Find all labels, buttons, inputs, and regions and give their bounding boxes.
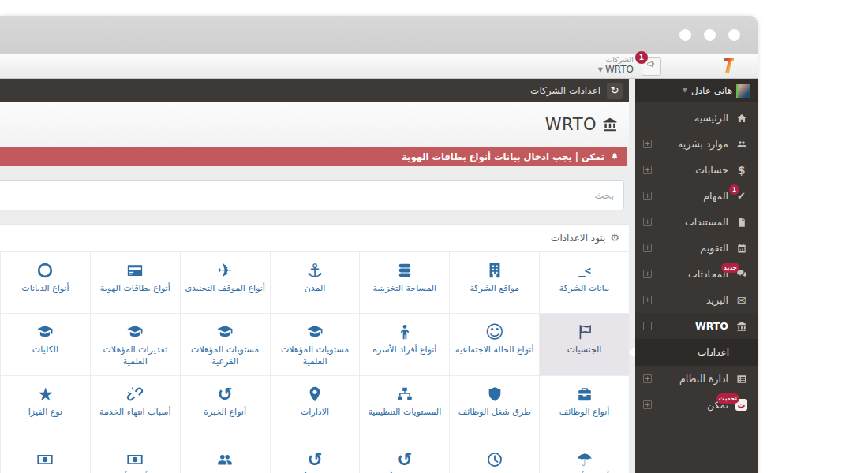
settings-tile-label: المدن (271, 281, 360, 294)
settings-tile-label: أنواع أفراد الأسرة (360, 342, 449, 356)
settings-tile-smiley-1-1[interactable]: ☺أنواع الحالة الاجتماعية (449, 314, 539, 376)
settings-tile-money-3-5[interactable]: بنود الأجر الأساسية (90, 441, 180, 473)
sidebar-item-chats[interactable]: المحادثاتجديد+ (635, 261, 758, 287)
window-controls[interactable] (679, 29, 740, 41)
settings-tile-gradcap-1-3[interactable]: مستويات المؤهلات العلمية (270, 314, 360, 376)
pin-icon (271, 383, 360, 404)
sidebar-item-accounts[interactable]: $حسابات+ (635, 157, 758, 183)
company-selector[interactable]: الشركات WRTO ▼ (598, 55, 634, 76)
expander-icon[interactable]: − (643, 322, 652, 330)
browser-window: T 1 الشركات WRTO ▼ ↻ اعدادات الشركات (0, 16, 758, 473)
search-input[interactable] (0, 180, 624, 210)
settings-tile-sitemap-2-2[interactable]: المستويات التنظيمية (359, 376, 449, 441)
settings-tile-database-0-2[interactable]: المساحة التخزينية (359, 252, 449, 314)
settings-tile-gradcap-1-4[interactable]: مستويات المؤهلات الفرعية (180, 314, 270, 376)
gradcap-icon (1, 321, 90, 342)
company-selector-value: WRTO (605, 64, 634, 76)
expander-icon[interactable]: + (643, 218, 652, 226)
settings-tile-label: أسباب انتهاء الخدمة (91, 404, 180, 418)
window-control-dot[interactable] (679, 29, 691, 41)
expander-icon[interactable]: + (643, 296, 652, 304)
sidebar-item-label: البريد (652, 294, 733, 306)
settings-tile-label: ساعات العمل (450, 470, 539, 473)
page-header: ↻ اعدادات الشركات (0, 79, 629, 102)
refresh-button[interactable]: ↻ (607, 83, 623, 99)
settings-tile-label: الكليات (1, 342, 90, 356)
envelope-icon: ✉ (733, 294, 750, 307)
file-icon (733, 217, 750, 228)
tree-line (743, 339, 743, 366)
settings-tile-briefcase-2-0[interactable]: أنواع الوظائف (539, 376, 629, 441)
settings-tile-building-0-1[interactable]: مواقع الشركة (449, 252, 539, 314)
settings-tile-circle-0-6[interactable]: أنواع الديانات (0, 252, 90, 314)
settings-tile-history-3-3[interactable]: ↺اعدادات التأمينات (270, 441, 360, 473)
settings-tile-child-1-2[interactable]: أنواع أفراد الأسرة (359, 314, 449, 376)
sidebar-item-hr[interactable]: موارد بشرية+ (635, 131, 758, 157)
user-menu[interactable]: هانى عادل ▼ (635, 79, 758, 102)
sidebar-item-documents[interactable]: المستندات+ (635, 209, 758, 235)
expander-icon[interactable]: + (643, 140, 652, 148)
expander-icon[interactable]: + (643, 374, 652, 383)
sidebar-item-calendar[interactable]: التقويم+ (635, 235, 758, 261)
active-item-marker (629, 347, 635, 358)
sidebar-item-tasks[interactable]: ✔المهام1+ (635, 183, 758, 209)
sidebar-item-tamakon[interactable]: تتمكنتحديث+ (635, 392, 758, 418)
settings-tile-clock-3-1[interactable]: ساعات العمل (449, 441, 539, 473)
settings-tile-jet-0-4[interactable]: ✈أنواع الموقف التجنيدى (180, 252, 270, 314)
sidebar-item-settings[interactable]: اعدادات (635, 339, 758, 366)
settings-tile-terminal-0-0[interactable]: >_بيانات الشركة (539, 252, 629, 314)
settings-tile-history-2-4[interactable]: ↺أنواع الخبرة (180, 376, 270, 441)
alert-bar: تمكن | يجب ادخال بيانات أنواع بطاقات اله… (0, 147, 627, 166)
window-control-dot[interactable] (728, 29, 740, 41)
settings-tile-star-2-6[interactable]: ★نوع الفيزا (0, 376, 90, 441)
sidebar-item-label: ادارة النظام (652, 373, 733, 385)
clock-icon (450, 449, 539, 470)
settings-tile-label: تقديرات المؤهلات العلمية (91, 342, 180, 368)
expander-icon[interactable]: + (643, 166, 652, 174)
sidebar-item-home[interactable]: الرئيسية (635, 105, 758, 131)
calendar-icon (733, 243, 750, 254)
settings-tile-anchor-0-3[interactable]: ⚓المدن (270, 252, 360, 314)
expander-icon[interactable]: + (643, 400, 652, 409)
sidebar-item-label: المستندات (652, 216, 733, 228)
settings-tile-pin-2-3[interactable]: الادارات (270, 376, 360, 441)
sidebar-item-label: الرئيسية (643, 112, 733, 124)
sidebar-item-system-admin[interactable]: ادارة النظام+ (635, 366, 758, 392)
expander-icon[interactable]: + (643, 244, 652, 252)
sidebar-item-label: اعدادات (643, 347, 734, 358)
settings-tile-group-3-4[interactable]: مجموعات الموظفين (180, 441, 270, 473)
shield-icon (450, 383, 539, 404)
settings-tile-label: الجنسيات (540, 342, 629, 356)
settings-tile-gradcap-1-6[interactable]: الكليات (0, 314, 90, 376)
expander-icon[interactable]: + (643, 270, 652, 278)
settings-tile-shield-2-1[interactable]: طرق شغل الوظائف (449, 376, 539, 441)
window-control-dot[interactable] (704, 29, 716, 41)
bell-icon (610, 152, 619, 162)
app-body: ↻ اعدادات الشركات WRTO تمكن | يجب ادخال … (0, 79, 758, 473)
settings-tile-money-3-6[interactable]: بنود الاستقطاعات (0, 441, 90, 473)
sidebar-item-mail[interactable]: ✉البريد+ (635, 287, 758, 313)
settings-tile-history-3-2[interactable]: ↺اعدادات التأخير (359, 441, 449, 473)
window-titlebar (0, 16, 758, 54)
child-icon (360, 321, 449, 342)
terminal-icon: >_ (540, 259, 629, 281)
sidebar-nav: الرئيسيةموارد بشرية+$حسابات+✔المهام1+الم… (635, 102, 758, 418)
notifications-button[interactable]: 1 (642, 57, 661, 76)
settings-tile-label: بنود الأجر الأساسية (91, 470, 180, 473)
settings-tile-label: مستويات المؤهلات الفرعية (181, 342, 270, 368)
settings-tile-gradcap-1-5[interactable]: تقديرات المؤهلات العلمية (90, 314, 180, 376)
app-toolbar: T 1 الشركات WRTO ▼ (0, 54, 758, 79)
expander-icon[interactable]: + (643, 192, 652, 200)
settings-tile-idcard-0-5[interactable]: أنواع بطاقات الهوية (90, 252, 180, 314)
sidebar-item-wrto[interactable]: WRTO− (635, 313, 758, 339)
star-icon: ★ (1, 383, 90, 404)
settings-tile-brokenlink-2-5[interactable]: أسباب انتهاء الخدمة (90, 376, 180, 441)
settings-grid: >_بيانات الشركةمواقع الشركةالمساحة التخز… (0, 251, 629, 473)
history-icon: ↺ (181, 383, 270, 404)
company-title: WRTO (545, 115, 597, 134)
settings-tile-label: أنواع الوظائف (540, 404, 629, 418)
settings-tile-flag-1-0[interactable]: الجنسيات (539, 314, 629, 376)
settings-tile-umbrella-3-0[interactable]: ☂أنواع الأجازات الاعتيادية (539, 441, 629, 473)
history-icon: ↺ (360, 449, 449, 470)
sidebar-item-label: حسابات (652, 164, 733, 176)
